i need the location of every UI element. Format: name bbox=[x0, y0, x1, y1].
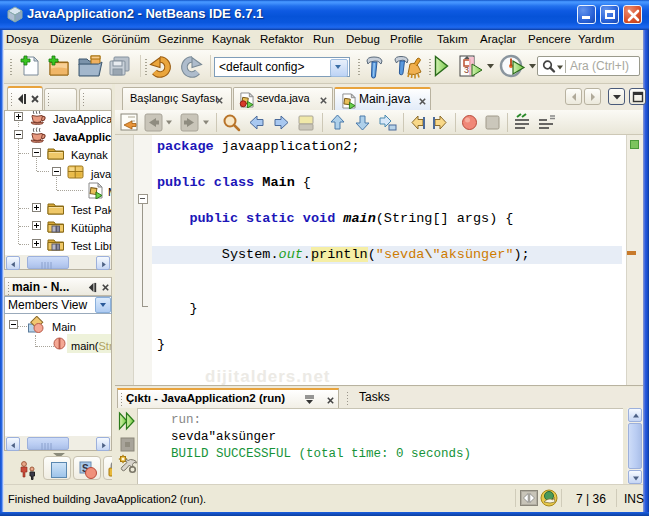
svg-text:3: 3 bbox=[464, 65, 469, 75]
